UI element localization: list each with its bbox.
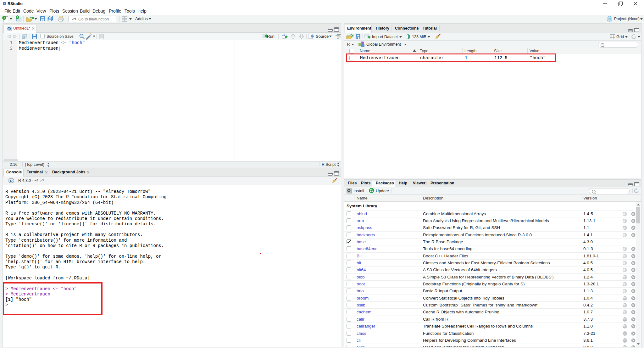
svg-text:R: R bbox=[10, 178, 13, 183]
svg-text:R: R bbox=[8, 27, 10, 30]
svg-text:R: R bbox=[608, 17, 611, 20]
